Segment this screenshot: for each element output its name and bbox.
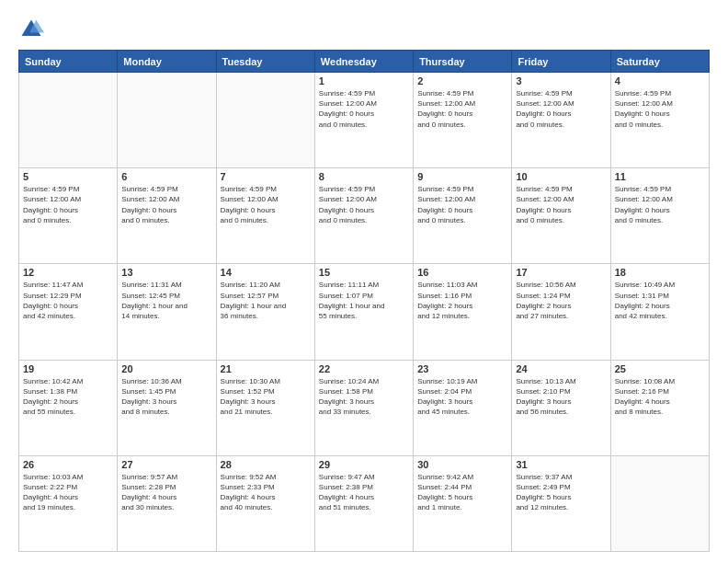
calendar-cell: 20Sunrise: 10:36 AMSunset: 1:45 PMDaylig…: [118, 360, 216, 455]
calendar-cell: 15Sunrise: 11:11 AMSunset: 1:07 PMDaylig…: [314, 264, 413, 360]
day-number: 2: [417, 75, 507, 86]
day-info: Sunrise: 4:59 PMSunset: 12:00 AMDaylight…: [319, 88, 409, 130]
calendar-table: SundayMondayTuesdayWednesdayThursdayFrid…: [18, 50, 710, 552]
day-info: Sunrise: 10:19 AMSunset: 2:04 PMDaylight…: [417, 376, 507, 418]
day-number: 11: [615, 171, 705, 182]
day-info: Sunrise: 11:03 AMSunset: 1:16 PMDaylight…: [417, 280, 507, 321]
day-info: Sunrise: 9:37 AMSunset: 2:49 PMDaylight:…: [516, 472, 606, 513]
calendar-cell: [19, 73, 118, 168]
day-info: Sunrise: 10:56 AMSunset: 1:24 PMDaylight…: [516, 280, 606, 321]
calendar-cell: 30Sunrise: 9:42 AMSunset: 2:44 PMDayligh…: [414, 455, 512, 551]
day-info: Sunrise: 4:59 PMSunset: 12:00 AMDaylight…: [319, 184, 409, 225]
day-info: Sunrise: 11:31 AMSunset: 12:45 PMDayligh…: [121, 280, 211, 321]
day-number: 25: [615, 363, 705, 374]
calendar-week-row: 19Sunrise: 10:42 AMSunset: 1:38 PMDaylig…: [19, 360, 710, 455]
calendar-cell: 22Sunrise: 10:24 AMSunset: 1:58 PMDaylig…: [314, 360, 413, 455]
day-number: 15: [319, 267, 409, 278]
weekday-header-row: SundayMondayTuesdayWednesdayThursdayFrid…: [19, 51, 710, 73]
day-number: 4: [615, 75, 705, 86]
day-number: 10: [516, 171, 606, 182]
calendar-cell: 21Sunrise: 10:30 AMSunset: 1:52 PMDaylig…: [216, 360, 314, 455]
logo: [18, 17, 48, 42]
calendar-cell: 2Sunrise: 4:59 PMSunset: 12:00 AMDayligh…: [414, 73, 512, 168]
calendar-cell: 11Sunrise: 4:59 PMSunset: 12:00 AMDaylig…: [610, 168, 709, 264]
calendar-cell: 8Sunrise: 4:59 PMSunset: 12:00 AMDayligh…: [314, 168, 413, 264]
calendar-cell: [216, 73, 314, 168]
day-info: Sunrise: 10:49 AMSunset: 1:31 PMDaylight…: [615, 280, 705, 321]
calendar-week-row: 12Sunrise: 11:47 AMSunset: 12:29 PMDayli…: [19, 264, 710, 360]
day-info: Sunrise: 11:47 AMSunset: 12:29 PMDayligh…: [23, 280, 113, 321]
day-number: 23: [417, 363, 507, 374]
calendar-week-row: 26Sunrise: 10:03 AMSunset: 2:22 PMDaylig…: [19, 455, 710, 551]
weekday-header-saturday: Saturday: [610, 51, 709, 73]
day-info: Sunrise: 9:52 AMSunset: 2:33 PMDaylight:…: [221, 472, 311, 513]
day-info: Sunrise: 4:59 PMSunset: 12:00 AMDaylight…: [221, 184, 311, 225]
weekday-header-thursday: Thursday: [414, 51, 512, 73]
calendar-cell: 5Sunrise: 4:59 PMSunset: 12:00 AMDayligh…: [19, 168, 118, 264]
day-info: Sunrise: 9:57 AMSunset: 2:28 PMDaylight:…: [121, 472, 211, 513]
calendar-cell: 26Sunrise: 10:03 AMSunset: 2:22 PMDaylig…: [19, 455, 118, 551]
day-number: 22: [319, 363, 409, 374]
day-number: 6: [121, 171, 211, 182]
day-info: Sunrise: 10:36 AMSunset: 1:45 PMDaylight…: [121, 376, 211, 418]
day-info: Sunrise: 9:42 AMSunset: 2:44 PMDaylight:…: [417, 472, 507, 513]
calendar-cell: [610, 455, 709, 551]
day-number: 9: [417, 171, 507, 182]
calendar-cell: 14Sunrise: 11:20 AMSunset: 12:57 PMDayli…: [216, 264, 314, 360]
day-info: Sunrise: 9:47 AMSunset: 2:38 PMDaylight:…: [319, 472, 409, 513]
calendar-cell: 4Sunrise: 4:59 PMSunset: 12:00 AMDayligh…: [610, 73, 709, 168]
day-info: Sunrise: 4:59 PMSunset: 12:00 AMDaylight…: [417, 88, 507, 130]
day-info: Sunrise: 10:08 AMSunset: 2:16 PMDaylight…: [615, 376, 705, 418]
calendar-cell: 3Sunrise: 4:59 PMSunset: 12:00 AMDayligh…: [512, 73, 610, 168]
day-number: 30: [417, 459, 507, 470]
calendar-cell: 13Sunrise: 11:31 AMSunset: 12:45 PMDayli…: [118, 264, 216, 360]
day-number: 29: [319, 459, 409, 470]
calendar-cell: 31Sunrise: 9:37 AMSunset: 2:49 PMDayligh…: [512, 455, 610, 551]
day-info: Sunrise: 10:24 AMSunset: 1:58 PMDaylight…: [319, 376, 409, 418]
calendar-cell: 24Sunrise: 10:13 AMSunset: 2:10 PMDaylig…: [512, 360, 610, 455]
calendar-cell: 16Sunrise: 11:03 AMSunset: 1:16 PMDaylig…: [414, 264, 512, 360]
day-info: Sunrise: 10:42 AMSunset: 1:38 PMDaylight…: [23, 376, 113, 418]
logo-icon: [18, 17, 44, 42]
day-number: 28: [221, 459, 311, 470]
calendar-cell: 10Sunrise: 4:59 PMSunset: 12:00 AMDaylig…: [512, 168, 610, 264]
calendar-cell: 6Sunrise: 4:59 PMSunset: 12:00 AMDayligh…: [118, 168, 216, 264]
day-info: Sunrise: 11:20 AMSunset: 12:57 PMDayligh…: [221, 280, 311, 321]
day-info: Sunrise: 10:30 AMSunset: 1:52 PMDaylight…: [221, 376, 311, 418]
weekday-header-friday: Friday: [512, 51, 610, 73]
day-info: Sunrise: 4:59 PMSunset: 12:00 AMDaylight…: [121, 184, 211, 225]
calendar-cell: 9Sunrise: 4:59 PMSunset: 12:00 AMDayligh…: [414, 168, 512, 264]
calendar-cell: 12Sunrise: 11:47 AMSunset: 12:29 PMDayli…: [19, 264, 118, 360]
calendar-cell: 28Sunrise: 9:52 AMSunset: 2:33 PMDayligh…: [216, 455, 314, 551]
calendar-cell: 18Sunrise: 10:49 AMSunset: 1:31 PMDaylig…: [610, 264, 709, 360]
day-number: 7: [221, 171, 311, 182]
day-number: 8: [319, 171, 409, 182]
header: [18, 17, 710, 42]
day-info: Sunrise: 4:59 PMSunset: 12:00 AMDaylight…: [615, 184, 705, 225]
calendar-cell: 1Sunrise: 4:59 PMSunset: 12:00 AMDayligh…: [314, 73, 413, 168]
calendar-cell: [118, 73, 216, 168]
day-info: Sunrise: 4:59 PMSunset: 12:00 AMDaylight…: [615, 88, 705, 130]
day-number: 18: [615, 267, 705, 278]
day-number: 3: [516, 75, 606, 86]
calendar-cell: 27Sunrise: 9:57 AMSunset: 2:28 PMDayligh…: [118, 455, 216, 551]
day-number: 24: [516, 363, 606, 374]
day-number: 21: [221, 363, 311, 374]
day-info: Sunrise: 4:59 PMSunset: 12:00 AMDaylight…: [417, 184, 507, 225]
day-info: Sunrise: 10:03 AMSunset: 2:22 PMDaylight…: [23, 472, 113, 513]
day-info: Sunrise: 10:13 AMSunset: 2:10 PMDaylight…: [516, 376, 606, 418]
day-info: Sunrise: 4:59 PMSunset: 12:00 AMDaylight…: [23, 184, 113, 225]
day-number: 17: [516, 267, 606, 278]
weekday-header-wednesday: Wednesday: [314, 51, 413, 73]
calendar-cell: 19Sunrise: 10:42 AMSunset: 1:38 PMDaylig…: [19, 360, 118, 455]
calendar-cell: 7Sunrise: 4:59 PMSunset: 12:00 AMDayligh…: [216, 168, 314, 264]
weekday-header-sunday: Sunday: [19, 51, 118, 73]
day-number: 26: [23, 459, 113, 470]
day-number: 31: [516, 459, 606, 470]
calendar-cell: 29Sunrise: 9:47 AMSunset: 2:38 PMDayligh…: [314, 455, 413, 551]
day-number: 1: [319, 75, 409, 86]
day-info: Sunrise: 4:59 PMSunset: 12:00 AMDaylight…: [516, 88, 606, 130]
calendar-cell: 25Sunrise: 10:08 AMSunset: 2:16 PMDaylig…: [610, 360, 709, 455]
day-number: 16: [417, 267, 507, 278]
day-number: 20: [121, 363, 211, 374]
